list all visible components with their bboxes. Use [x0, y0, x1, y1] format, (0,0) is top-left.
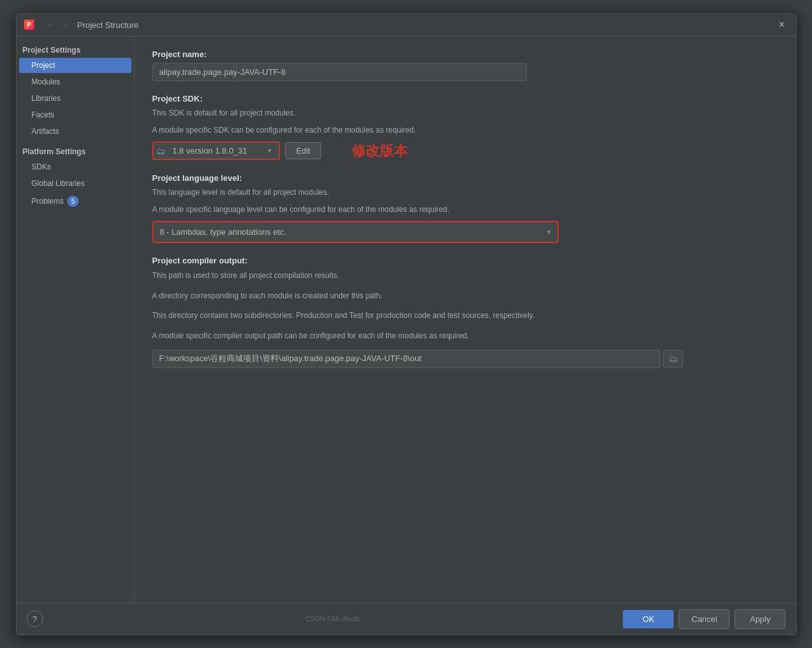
sdk-dropdown-arrow: ▼ — [263, 147, 277, 154]
project-structure-dialog: P ← → Project Structure × Project Settin… — [16, 13, 797, 635]
footer-credit: CSDN ©Mr.Aholic — [305, 615, 361, 623]
sdk-row: 🗂 1.8 version 1.8.0_31 ▼ Edit 修改版本 — [152, 142, 778, 161]
ok-button[interactable]: OK — [623, 610, 674, 628]
project-sdk-label: Project SDK: — [152, 94, 778, 103]
language-select-wrapper: 8 - Lambdas, type annotations etc. ▼ — [152, 221, 559, 243]
compiler-desc1: This path is used to store all project c… — [152, 269, 778, 283]
path-input-row: 🗂 — [152, 350, 778, 368]
sdk-select-wrapper: 🗂 1.8 version 1.8.0_31 ▼ — [152, 142, 281, 160]
lang-desc1: This language level is default for all p… — [152, 187, 778, 199]
project-sdk-group: Project SDK: This SDK is default for all… — [152, 94, 778, 161]
app-icon: P — [24, 20, 34, 30]
titlebar-nav: ← → — [44, 19, 72, 30]
browse-button[interactable]: 🗂 — [663, 350, 683, 367]
back-arrow[interactable]: ← — [44, 19, 57, 30]
lang-dropdown-arrow: ▼ — [541, 228, 557, 235]
compiler-desc2: A directory corresponding to each module… — [152, 289, 778, 303]
cancel-button[interactable]: Cancel — [679, 609, 729, 629]
sidebar-item-facets[interactable]: Facets — [19, 107, 131, 122]
sidebar-item-libraries[interactable]: Libraries — [19, 91, 131, 106]
titlebar-title: Project Structure — [77, 20, 139, 30]
close-button[interactable]: × — [776, 18, 789, 31]
sidebar-item-global-libraries[interactable]: Global Libraries — [19, 176, 131, 191]
project-name-label: Project name: — [152, 50, 778, 59]
footer: ? CSDN ©Mr.Aholic OK Cancel Apply — [17, 603, 796, 635]
folder-icon: 🗂 — [156, 146, 165, 156]
edit-button[interactable]: Edit — [285, 142, 321, 159]
compiler-path-input[interactable] — [152, 350, 660, 368]
sidebar-item-problems[interactable]: Problems 5 — [19, 192, 131, 210]
apply-button[interactable]: Apply — [735, 609, 785, 629]
sidebar-item-sdks[interactable]: SDKs — [19, 159, 131, 175]
sidebar-item-project[interactable]: Project — [19, 58, 131, 73]
sdk-dropdown[interactable]: 1.8 version 1.8.0_31 — [168, 143, 263, 159]
language-label: Project language level: — [152, 173, 778, 183]
sidebar: Project Settings Project Modules Librari… — [17, 37, 135, 603]
dialog-body: Project Settings Project Modules Librari… — [17, 37, 796, 603]
help-button[interactable]: ? — [27, 611, 43, 627]
problems-label: Problems — [32, 197, 64, 206]
compiler-output-group: Project compiler output: This path is us… — [152, 256, 778, 367]
project-name-group: Project name: — [152, 50, 778, 81]
main-content: Project name: Project SDK: This SDK is d… — [135, 37, 796, 603]
annotation-text: 修改版本 — [352, 142, 408, 161]
project-settings-header: Project Settings — [17, 42, 134, 57]
problems-badge: 5 — [67, 195, 79, 207]
platform-settings-header: Platform Settings — [17, 140, 134, 159]
titlebar-left: P ← → Project Structure — [24, 19, 139, 30]
sdk-desc1: This SDK is default for all project modu… — [152, 107, 778, 119]
titlebar: P ← → Project Structure × — [17, 14, 796, 37]
sdk-select-inner: 🗂 1.8 version 1.8.0_31 ▼ — [154, 143, 279, 159]
forward-arrow[interactable]: → — [60, 19, 72, 30]
project-name-input[interactable] — [152, 63, 527, 81]
language-level-group: Project language level: This language le… — [152, 173, 778, 243]
compiler-desc4: A module specific compiler output path c… — [152, 329, 778, 343]
sidebar-item-artifacts[interactable]: Artifacts — [19, 124, 131, 139]
sdk-desc2: A module specific SDK can be configured … — [152, 124, 778, 136]
sidebar-item-modules[interactable]: Modules — [19, 74, 131, 89]
lang-desc2: A module specific language level can be … — [152, 204, 778, 216]
compiler-output-label: Project compiler output: — [152, 256, 778, 265]
compiler-desc3: This directory contains two subdirectori… — [152, 309, 778, 323]
language-dropdown[interactable]: 8 - Lambdas, type annotations etc. — [154, 222, 541, 242]
